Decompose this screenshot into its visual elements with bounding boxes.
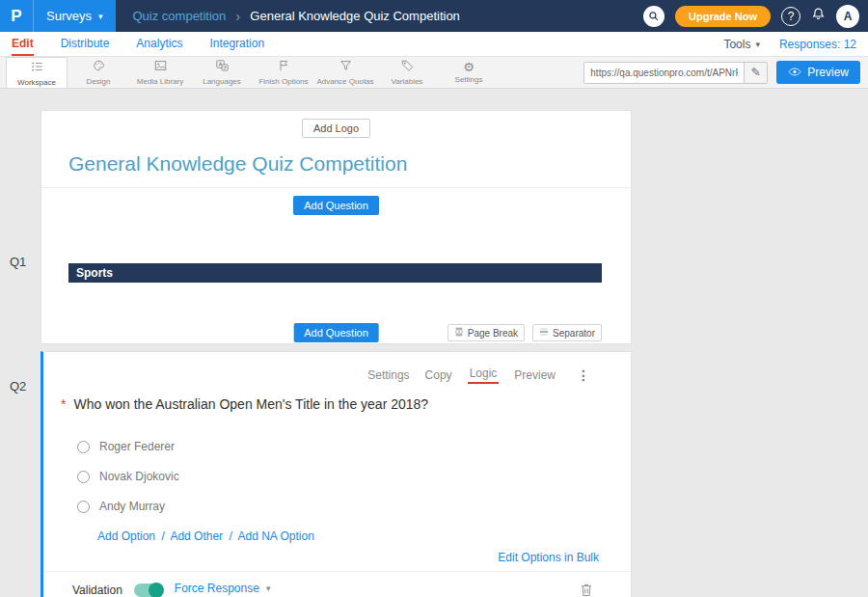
add-question-button-bottom[interactable]: Add Question (293, 323, 379, 342)
tab-edit[interactable]: Edit (12, 32, 34, 56)
add-option-link[interactable]: Add Option (97, 529, 155, 543)
add-logo-button[interactable]: Add Logo (302, 119, 370, 138)
tabbar-right: Tools ▾ Responses: 12 (723, 38, 856, 51)
add-other-link[interactable]: Add Other (170, 529, 223, 543)
topbar: P Surveys ▾ Quiz competition › General K… (0, 0, 868, 32)
question-logic-link[interactable]: Logic (468, 366, 500, 384)
option-add-links: Add Option / Add Other / Add NA Option (97, 529, 631, 543)
option-label[interactable]: Roger Federer (99, 440, 175, 453)
toolbar-item-label: Variables (392, 77, 423, 86)
required-asterisk: * (61, 396, 66, 412)
questionpro-logo[interactable]: P (0, 0, 33, 32)
toolbar-item-label: Media Library (137, 77, 183, 86)
answer-option-row: Novak Djokovic (77, 470, 631, 483)
breadcrumb-current: General Knowledge Quiz Competition (250, 9, 460, 23)
toolbar-item-settings[interactable]: ⚙ Settings (438, 57, 500, 88)
breadcrumb-separator-icon: › (235, 8, 240, 24)
gear-icon: ⚙ (463, 61, 475, 74)
toolbar-item-label: Advance Quotas (316, 77, 373, 86)
question-copy-link[interactable]: Copy (425, 368, 452, 382)
preview-label: Preview (807, 66, 849, 79)
responses-count[interactable]: Responses: 12 (779, 38, 856, 51)
notifications-bell-icon[interactable] (811, 7, 826, 25)
toolbar-item-design[interactable]: Design (68, 57, 129, 88)
surveys-menu[interactable]: Surveys ▾ (33, 0, 116, 32)
question-number-q2: Q2 (10, 379, 26, 393)
validation-toggle[interactable] (134, 583, 163, 597)
user-avatar[interactable]: A (836, 5, 859, 28)
separator-label: Separator (553, 328, 595, 339)
toolbar-item-advance-quotas[interactable]: Advance Quotas (314, 57, 376, 88)
survey-link-group: ✎ Preview (583, 57, 860, 88)
add-question-button-top[interactable]: Add Question (293, 196, 379, 215)
delete-question-trash-icon[interactable] (581, 583, 592, 597)
tab-distribute[interactable]: Distribute (61, 32, 110, 56)
preview-button[interactable]: Preview (776, 61, 860, 84)
breadcrumb-parent[interactable]: Quiz competition (133, 9, 227, 23)
edit-options-bulk-link[interactable]: Edit Options in Bulk (498, 551, 599, 564)
question-text-row: * Who won the Australian Open Men's Titl… (61, 396, 592, 412)
variables-tag-icon (400, 59, 415, 76)
add-question-row: Add Question Page Break Separator (41, 323, 631, 343)
radio-button[interactable] (77, 501, 90, 513)
radio-button[interactable] (77, 471, 90, 483)
link-separator: / (226, 529, 234, 543)
quotas-funnel-icon (339, 59, 353, 76)
more-options-dots-icon[interactable]: ⋮ (577, 367, 590, 383)
toolbar-item-label: Design (87, 77, 111, 86)
survey-url-input[interactable] (584, 63, 744, 83)
question-card-q2: Settings Copy Logic Preview ⋮ * Who won … (41, 351, 632, 597)
tools-menu[interactable]: Tools ▾ (723, 38, 760, 51)
toolbar-item-finish-options[interactable]: Finish Options (253, 57, 314, 88)
chevron-down-icon: ▾ (755, 40, 760, 49)
title-divider (41, 187, 631, 188)
answer-option-row: Andy Murray (77, 500, 631, 513)
surveys-label: Surveys (46, 9, 92, 23)
toolbar-item-variables[interactable]: Variables (376, 57, 438, 88)
toolbar-item-languages[interactable]: Languages (191, 57, 253, 88)
option-label[interactable]: Novak Djokovic (99, 470, 179, 483)
question-text[interactable]: Who won the Australian Open Men's Title … (73, 396, 428, 412)
workspace-list-icon (30, 60, 44, 77)
answer-option-row: Roger Federer (77, 440, 631, 453)
toolbar-item-label: Settings (455, 75, 483, 84)
topbar-actions: Upgrade Now ? A (643, 5, 868, 28)
media-library-image-icon (153, 59, 168, 76)
toggle-knob (149, 583, 164, 597)
edit-url-pencil-icon[interactable]: ✎ (744, 63, 767, 83)
question-settings-link[interactable]: Settings (367, 368, 409, 382)
main-tabs: Edit Distribute Analytics Integration (12, 32, 264, 56)
toolbar-item-label: Languages (203, 77, 241, 86)
add-na-option-link[interactable]: Add NA Option (237, 529, 313, 543)
eye-icon (788, 66, 801, 79)
question-menu: Settings Copy Logic Preview ⋮ (43, 352, 631, 384)
radio-button[interactable] (77, 441, 90, 453)
section-header-sports[interactable]: Sports (68, 263, 602, 283)
page-break-button[interactable]: Page Break (448, 324, 525, 341)
search-icon[interactable] (643, 6, 665, 27)
option-label[interactable]: Andy Murray (99, 500, 165, 513)
tab-integration[interactable]: Integration (209, 32, 264, 56)
help-icon[interactable]: ? (781, 7, 800, 26)
separator-icon (539, 327, 549, 339)
edit-toolbar: Workspace Design Media Library Languages… (0, 57, 868, 89)
main-tabbar: Edit Distribute Analytics Integration To… (0, 32, 868, 57)
upgrade-now-button[interactable]: Upgrade Now (675, 6, 771, 27)
survey-title[interactable]: General Knowledge Quiz Competition (68, 152, 631, 176)
survey-workspace: Q1 Q2 Add Logo General Knowledge Quiz Co… (0, 89, 868, 597)
toolbar-item-media-library[interactable]: Media Library (129, 57, 191, 88)
question-preview-link[interactable]: Preview (514, 368, 556, 382)
toolbar-item-label: Workspace (17, 78, 56, 87)
validation-type-dropdown[interactable]: Force Response ▾ (175, 582, 271, 597)
languages-translate-icon (215, 59, 230, 76)
validation-row: Validation Force Response ▾ (43, 571, 631, 597)
insert-controls: Page Break Separator (448, 324, 602, 341)
tab-analytics[interactable]: Analytics (136, 32, 182, 56)
separator-button[interactable]: Separator (532, 324, 602, 341)
breadcrumb: Quiz competition › General Knowledge Qui… (133, 8, 460, 24)
answer-options: Roger Federer Novak Djokovic Andy Murray (43, 440, 631, 513)
chevron-down-icon: ▾ (98, 12, 103, 21)
tools-label: Tools (723, 38, 750, 51)
toolbar-item-workspace[interactable]: Workspace (6, 57, 68, 88)
validation-type-value: Force Response (175, 582, 259, 595)
